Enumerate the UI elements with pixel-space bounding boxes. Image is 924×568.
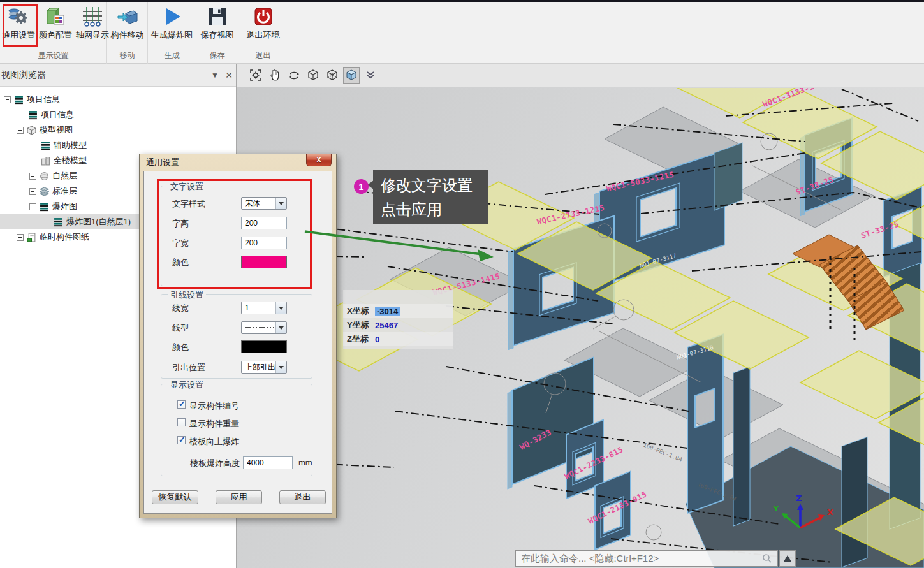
expand-toggle[interactable] xyxy=(17,234,24,241)
leader-color-swatch[interactable] xyxy=(241,340,287,353)
text-color-swatch[interactable] xyxy=(241,256,287,268)
tree-item-label: 项目信息 xyxy=(41,109,74,120)
slab-explode-up-checkbox[interactable] xyxy=(177,436,186,444)
coord-y-value[interactable]: 25467 xyxy=(375,321,398,330)
command-history-button[interactable] xyxy=(779,550,796,567)
text-style-combobox[interactable]: 宋体 xyxy=(241,197,287,210)
color-config-button[interactable]: 颜色配置 xyxy=(37,4,74,42)
expand-toggle[interactable] xyxy=(29,188,36,195)
zoom-extents-icon[interactable] xyxy=(247,67,264,84)
play-triangle-icon xyxy=(161,6,183,27)
tree-item-project-info[interactable]: 项目信息 xyxy=(0,107,236,122)
window-top-strip xyxy=(0,0,924,2)
apply-button[interactable]: 应用 xyxy=(216,490,262,504)
chevron-more-icon[interactable] xyxy=(362,67,379,84)
slab-label: 160-PEC-1.04 xyxy=(642,442,683,463)
line-width-combobox[interactable]: 1 xyxy=(241,302,287,314)
layers-list-icon xyxy=(28,110,38,120)
expand-toggle[interactable] xyxy=(29,173,36,180)
tree-item-project-info-root[interactable]: 项目信息 xyxy=(0,92,236,107)
tree-item-label: 辅助模型 xyxy=(54,140,87,151)
collapse-toggle[interactable] xyxy=(4,96,11,103)
orbit-icon[interactable] xyxy=(286,67,302,84)
text-style-label: 文字样式 xyxy=(172,198,205,210)
exit-environment-button[interactable]: 退出环境 xyxy=(245,4,282,42)
leader-color-label: 颜色 xyxy=(172,342,189,353)
group-label-generate: 生成 xyxy=(148,50,196,64)
wireframe-cube-icon[interactable] xyxy=(305,67,321,84)
show-component-number-checkbox[interactable] xyxy=(177,400,186,409)
explode-height-input[interactable] xyxy=(243,456,293,469)
dialog-close-button[interactable]: x xyxy=(306,154,332,166)
button-label: 颜色配置 xyxy=(39,29,72,41)
sphere-icon xyxy=(40,171,49,181)
button-label: 生成爆炸图 xyxy=(151,29,193,41)
line-type-combobox[interactable] xyxy=(241,321,287,334)
up-triangle-icon xyxy=(783,555,792,562)
layers-list-icon xyxy=(41,141,50,150)
tree-item-model-view[interactable]: 模型视图 xyxy=(0,122,236,138)
coord-row-z: Z坐标 0 xyxy=(343,332,453,346)
tooltip-line1: 修改文字设置 xyxy=(381,173,480,198)
annotation-tooltip: 修改文字设置 点击应用 xyxy=(373,170,488,224)
tooltip-line2: 点击应用 xyxy=(381,198,480,222)
axis-z-label: Z xyxy=(796,493,802,503)
ribbon-toolbar: 通用设置 颜色配置 xyxy=(0,0,924,64)
group-legend: 显示设置 xyxy=(168,379,206,391)
font-height-input[interactable] xyxy=(241,217,287,229)
chevron-down-icon xyxy=(275,322,286,333)
tree-item-label: 标准层 xyxy=(52,186,77,197)
show-component-weight-checkbox[interactable] xyxy=(177,418,186,426)
gear-layers-icon xyxy=(8,6,29,27)
component-label: ST-33-25 xyxy=(860,219,900,240)
checkbox-label: 楼板向上爆炸 xyxy=(189,436,239,448)
floppy-save-icon xyxy=(207,6,228,27)
unit-label: mm xyxy=(298,458,312,467)
coordinate-panel: X坐标 -3014 Y坐标 25467 Z坐标 0 xyxy=(343,290,453,349)
ribbon-group-move: 构件移动 移动 xyxy=(107,2,148,64)
save-view-button[interactable]: 保存视图 xyxy=(199,4,236,42)
command-input-bar[interactable]: 在此输入命令... <隐藏:Ctrl+F12> xyxy=(515,550,778,567)
font-width-input[interactable] xyxy=(241,237,287,249)
coord-row-y: Y坐标 25467 xyxy=(343,318,453,332)
collapse-toggle[interactable] xyxy=(29,203,36,210)
grid-display-button[interactable]: 轴网显示 xyxy=(74,4,111,42)
document-icon xyxy=(27,233,36,242)
coord-z-value[interactable]: 0 xyxy=(375,335,379,344)
checkbox-label: 显示构件重量 xyxy=(189,418,239,430)
coord-x-label: X坐标 xyxy=(347,305,375,317)
text-color-label: 颜色 xyxy=(172,257,189,268)
chevron-down-icon xyxy=(275,198,286,209)
hidden-line-cube-icon[interactable] xyxy=(324,67,341,84)
component-move-button[interactable]: 构件移动 xyxy=(109,4,146,42)
exit-button[interactable]: 退出 xyxy=(279,490,326,504)
ribbon-group-generate: 生成爆炸图 生成 xyxy=(148,2,196,64)
restore-defaults-button[interactable]: 恢复默认 xyxy=(152,490,198,504)
general-settings-button[interactable]: 通用设置 xyxy=(0,4,37,42)
collapse-toggle[interactable] xyxy=(17,127,24,134)
3d-viewport[interactable]: WQC1-3133-1415 WQC1-5033-1215 WQC1-2733-… xyxy=(237,64,924,568)
close-panel-icon[interactable]: ✕ xyxy=(222,70,236,80)
button-label: 通用设置 xyxy=(2,29,35,41)
pin-dropdown-icon[interactable]: ▼ xyxy=(208,71,222,80)
general-settings-dialog: 通用设置 x 文字设置 文字样式 宋体 字高 字宽 颜色 引线设置 线宽 1 线… xyxy=(139,154,337,518)
leader-position-combobox[interactable]: 上部引出 xyxy=(241,361,287,374)
group-label-display: 显示设置 xyxy=(0,50,106,64)
panel-title: 视图浏览器 xyxy=(1,69,208,81)
line-width-label: 线宽 xyxy=(172,303,189,314)
pan-hand-icon[interactable] xyxy=(267,67,283,84)
group-label-save: 保存 xyxy=(196,50,238,64)
chevron-down-icon xyxy=(275,361,286,373)
button-label: 构件移动 xyxy=(111,29,144,41)
coord-x-value[interactable]: -3014 xyxy=(375,307,400,316)
stacked-layers-icon xyxy=(40,187,49,196)
button-label: 保存视图 xyxy=(201,29,234,41)
group-legend: 引线设置 xyxy=(168,289,206,301)
dialog-body: 文字设置 文字样式 宋体 字高 字宽 颜色 引线设置 线宽 1 线型 颜色 xyxy=(143,171,332,514)
generate-explosion-button[interactable]: 生成爆炸图 xyxy=(149,4,194,42)
tree-item-aux-model[interactable]: 辅助模型 xyxy=(0,138,236,153)
leader-position-label: 引出位置 xyxy=(172,362,205,374)
leader-position-value: 上部引出 xyxy=(245,362,275,373)
exploded-model-scene[interactable]: WQC1-3133-1415 WQC1-5033-1215 WQC1-2733-… xyxy=(237,88,924,568)
shaded-cube-icon[interactable] xyxy=(343,67,360,84)
